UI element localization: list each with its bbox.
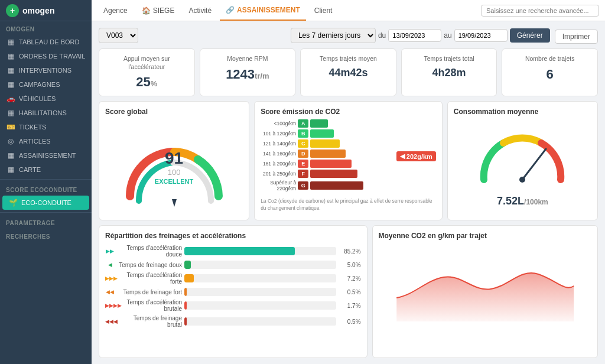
co2-bar-row: <100g/km A bbox=[261, 119, 387, 128]
co2-bar-range: 161 à 200g/km bbox=[261, 161, 296, 167]
brake-pct: 1.7% bbox=[339, 303, 361, 309]
controls-row: V003 Les 7 derniers jours du au Générer … bbox=[99, 27, 598, 44]
bottom-row: Répartition des freinages et accélératio… bbox=[99, 225, 598, 358]
sidebar-item-ecoconduite[interactable]: 🌱 ECO-CONDUITE bbox=[2, 196, 89, 210]
brake-pct: 7.2% bbox=[339, 275, 361, 282]
date-to-label: au bbox=[444, 31, 451, 40]
brake-label: Temps d'accélération douce bbox=[117, 245, 182, 258]
co2-score-title: Score émission de CO2 bbox=[261, 108, 436, 116]
brake-pct: 5.0% bbox=[339, 262, 361, 268]
brake-bar-fill bbox=[184, 247, 295, 255]
brake-label: Temps d'accélération forte bbox=[117, 272, 182, 285]
co2-active-side: ◀ 202g/km bbox=[392, 151, 436, 161]
date-from-label: du bbox=[378, 31, 386, 40]
stat-trajets-value: 6 bbox=[510, 67, 589, 82]
sidebar-item-articles[interactable]: ◎ ARTICLES bbox=[0, 134, 92, 148]
co2-bar-row: 121 à 140g/km C bbox=[261, 139, 387, 148]
date-from-input[interactable] bbox=[388, 29, 441, 42]
sidebar-item-vehicules[interactable]: 🚗 VÉHICULES bbox=[0, 92, 92, 106]
topnav: Agence 🏠 SIEGE Activité 🔗 ASSAINISSEMENT… bbox=[92, 0, 605, 21]
stat-rpm-value: 1243tr/m bbox=[209, 67, 287, 82]
topnav-client[interactable]: Client bbox=[308, 0, 339, 21]
sidebar-item-campagnes[interactable]: ▦ CAMPAGNES bbox=[0, 77, 92, 92]
brake-bar-track bbox=[184, 261, 336, 269]
brake-bar-row: ◀◀ Temps de freinage fort 0.5% bbox=[105, 288, 361, 296]
brake-label: Temps de freinage fort bbox=[117, 289, 182, 295]
sidebar-item-habilitations[interactable]: ▦ HABILITATIONS bbox=[0, 106, 92, 120]
co2-bar-range: Supérieur à 220g/km bbox=[261, 180, 296, 191]
co2-chart-title: Moyenne CO2 en g/km par trajet bbox=[379, 232, 591, 240]
stat-trajets-label: Nombre de trajets bbox=[510, 55, 589, 63]
sidebar-item-tableau[interactable]: ▦ TABLEAU DE BORD bbox=[0, 35, 92, 49]
co2-bar-letter: D bbox=[298, 150, 308, 158]
brake-icon: ◀◀◀ bbox=[105, 318, 115, 324]
brake-bar-track bbox=[184, 274, 336, 282]
co2-bar-fill bbox=[310, 150, 346, 158]
svg-marker-0 bbox=[172, 199, 177, 207]
search-input[interactable] bbox=[481, 5, 599, 17]
stat-trajets: Nombre de trajets 6 bbox=[502, 48, 598, 96]
co2-chart-card: Moyenne CO2 en g/km par trajet bbox=[372, 225, 598, 358]
brake-bar-row: ◀◀◀ Temps de freinage brutal 0.5% bbox=[105, 315, 361, 328]
sidebar-item-assainissement[interactable]: ▦ ASSAINISSEMENT bbox=[0, 148, 92, 162]
co2-bar-range: 101 à 120g/km bbox=[261, 131, 296, 136]
main-content: Agence 🏠 SIEGE Activité 🔗 ASSAINISSEMENT… bbox=[92, 0, 605, 364]
brake-bar-row: ◀ Temps de freinage doux 5.0% bbox=[105, 261, 361, 269]
braking-bars: ▶▶ Temps d'accélération douce 85.2% ◀ Te… bbox=[105, 245, 361, 328]
articles-icon: ◎ bbox=[6, 137, 15, 145]
co2-bar-row: 141 à 160g/km D bbox=[261, 150, 387, 158]
stat-acceleration: Appui moyen sur l'accélérateur 25% bbox=[99, 48, 195, 96]
print-button[interactable]: Imprimer bbox=[555, 30, 598, 44]
tableau-icon: ▦ bbox=[6, 38, 15, 46]
score-global-container: 91 100 EXCELLENT bbox=[105, 119, 243, 214]
sidebar-item-interventions[interactable]: ▦ INTERVENTIONS bbox=[0, 63, 92, 77]
co2-bar-letter: F bbox=[298, 170, 308, 178]
score-max: 100 bbox=[155, 168, 193, 177]
topnav-siege[interactable]: 🏠 SIEGE bbox=[136, 0, 181, 21]
carte-icon: ▦ bbox=[6, 165, 15, 174]
score-value: 91 bbox=[155, 149, 193, 168]
sidebar-item-ordres[interactable]: ▦ ORDRES DE TRAVAIL bbox=[0, 49, 92, 63]
stat-temps-moyen: Temps trajets moyen 44m42s bbox=[300, 48, 396, 96]
co2-note: La Co2 (dioxyde de carbone) est le princ… bbox=[261, 198, 436, 212]
link-icon: 🔗 bbox=[226, 6, 235, 14]
brake-bar-row: ▶▶▶ Temps d'accélération forte 7.2% bbox=[105, 272, 361, 285]
sidebar-item-tickets[interactable]: 🎫 TICKETS bbox=[0, 120, 92, 134]
vehicle-select[interactable]: V003 bbox=[99, 28, 138, 43]
brake-bar-fill bbox=[184, 261, 191, 269]
sidebar: + omogen OMOGEN ▦ TABLEAU DE BORD ▦ ORDR… bbox=[0, 0, 92, 364]
brake-bar-fill bbox=[184, 274, 194, 282]
interventions-icon: ▦ bbox=[6, 66, 15, 74]
stat-acceleration-value: 25% bbox=[108, 74, 186, 90]
brake-icon: ▶▶▶▶ bbox=[105, 303, 115, 308]
generate-button[interactable]: Générer bbox=[510, 28, 550, 43]
date-to-input[interactable] bbox=[454, 29, 508, 42]
brake-icon: ▶▶ bbox=[105, 248, 115, 254]
topnav-assainissement[interactable]: 🔗 ASSAINISSEMENT bbox=[220, 0, 306, 21]
co2-bar-row: 161 à 200g/km E bbox=[261, 160, 387, 168]
stat-temps-total-label: Temps trajets total bbox=[410, 55, 489, 63]
topnav-agence[interactable]: Agence bbox=[97, 0, 134, 21]
co2-bar-row: 101 à 120g/km B bbox=[261, 129, 387, 138]
co2-bar-fill bbox=[310, 160, 352, 168]
assainissement-icon: ▦ bbox=[6, 151, 15, 160]
co2-bar-letter: A bbox=[298, 119, 308, 128]
brake-bar-track bbox=[184, 288, 336, 296]
co2-bar-range: 201 à 250g/km bbox=[261, 171, 296, 177]
stat-acceleration-label: Appui moyen sur l'accélérateur bbox=[108, 55, 186, 71]
tickets-icon: 🎫 bbox=[6, 123, 15, 131]
brake-icon: ▶▶▶ bbox=[105, 275, 115, 281]
topnav-activite[interactable]: Activité bbox=[183, 0, 217, 21]
consumption-value: 7.52L/100km bbox=[497, 195, 548, 207]
stat-temps-total: Temps trajets total 4h28m bbox=[401, 48, 497, 96]
svg-point-2 bbox=[519, 177, 525, 183]
period-select[interactable]: Les 7 derniers jours bbox=[291, 28, 376, 43]
brake-bar-track bbox=[184, 317, 336, 326]
consumption-card: Consommation moyenne 7.52L/100km bbox=[447, 101, 598, 220]
eco-icon: 🌱 bbox=[8, 199, 18, 207]
co2-bar-letter: C bbox=[298, 139, 308, 148]
co2-bars: <100g/km A 101 à 120g/km B 121 à 140g/km… bbox=[261, 119, 387, 193]
brake-bar-row: ▶▶ Temps d'accélération douce 85.2% bbox=[105, 245, 361, 258]
sidebar-item-carte[interactable]: ▦ CARTE bbox=[0, 162, 92, 177]
score-global-card: Score global 91 1 bbox=[99, 101, 249, 220]
